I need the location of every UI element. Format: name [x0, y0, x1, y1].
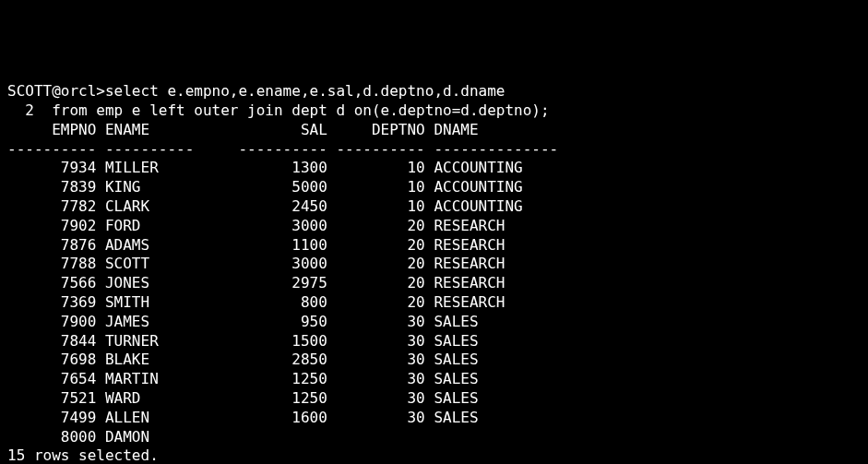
table-row: 7521 WARD 1250 30 SALES — [7, 389, 861, 409]
table-row: 7369 SMITH 800 20 RESEARCH — [7, 293, 861, 313]
table-row: 7566 JONES 2975 20 RESEARCH — [7, 274, 861, 293]
status-line: 15 rows selected. — [7, 446, 861, 464]
table-row: 7654 MARTIN 1250 30 SALES — [7, 370, 861, 389]
separator-line: ---------- ---------- ---------- -------… — [7, 140, 861, 160]
table-row: 7782 CLARK 2450 10 ACCOUNTING — [7, 197, 861, 217]
table-row: 7499 ALLEN 1600 30 SALES — [7, 409, 861, 428]
table-row: 7934 MILLER 1300 10 ACCOUNTING — [7, 159, 861, 178]
column-header: EMPNO ENAME SAL DEPTNO DNAME — [7, 121, 861, 140]
table-row: 7900 JAMES 950 30 SALES — [7, 313, 861, 332]
table-row: 7788 SCOTT 3000 20 RESEARCH — [7, 255, 861, 274]
table-row: 7902 FORD 3000 20 RESEARCH — [7, 217, 861, 236]
sql-continuation-line: 2 from emp e left outer join dept d on(e… — [7, 101, 861, 121]
terminal-output: SCOTT@orcl>select e.empno,e.ename,e.sal,… — [7, 82, 861, 464]
table-row: 7844 TURNER 1500 30 SALES — [7, 332, 861, 351]
table-row: 8000 DAMON — [7, 428, 861, 447]
table-row: 7876 ADAMS 1100 20 RESEARCH — [7, 236, 861, 256]
table-row: 7839 KING 5000 10 ACCOUNTING — [7, 178, 861, 197]
table-row: 7698 BLAKE 2850 30 SALES — [7, 351, 861, 370]
sql-prompt-line: SCOTT@orcl>select e.empno,e.ename,e.sal,… — [7, 82, 861, 101]
